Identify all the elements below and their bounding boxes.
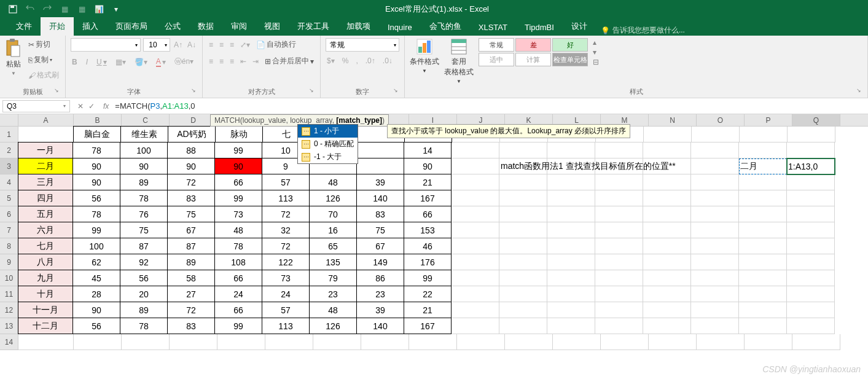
- cell-E1[interactable]: 脉动: [215, 126, 263, 143]
- cell-M8[interactable]: [595, 238, 643, 254]
- cell-E13[interactable]: 99: [214, 318, 262, 334]
- autocomplete-item[interactable]: ⋯1 - 小于: [298, 125, 358, 138]
- cell-D8[interactable]: 87: [167, 238, 215, 254]
- cell-Q13[interactable]: [787, 318, 835, 334]
- cell-L10[interactable]: [547, 270, 595, 286]
- cell-K11[interactable]: [499, 286, 547, 302]
- qat-icon-1[interactable]: ▦: [59, 4, 70, 15]
- tab-formulas[interactable]: 公式: [156, 17, 189, 36]
- align-bottom-button[interactable]: ≡: [229, 38, 235, 51]
- cell-G6[interactable]: 70: [309, 206, 357, 222]
- row-header-7[interactable]: 7: [0, 222, 18, 238]
- cell-E5[interactable]: 99: [214, 190, 262, 206]
- orientation-button[interactable]: ⤢▾: [239, 38, 251, 51]
- cell-K9[interactable]: [499, 254, 547, 270]
- cut-button[interactable]: ✂剪切: [27, 38, 60, 51]
- cell-A11[interactable]: 十月: [18, 286, 73, 302]
- row-header-2[interactable]: 2: [0, 143, 18, 158]
- cell-D1[interactable]: AD钙奶: [168, 126, 216, 143]
- shrink-font-button[interactable]: A↓: [186, 38, 197, 52]
- cell-I2[interactable]: 14: [404, 142, 452, 158]
- align-left-button[interactable]: ≡: [208, 55, 214, 68]
- cell-M6[interactable]: [595, 206, 643, 222]
- cell-K2[interactable]: [499, 143, 547, 158]
- column-header-C[interactable]: C: [122, 114, 170, 126]
- tell-me[interactable]: 💡 告诉我您想要做什么...: [596, 25, 690, 36]
- column-header-P[interactable]: P: [745, 114, 792, 126]
- cell-P6[interactable]: [739, 206, 787, 222]
- cell-A4[interactable]: 三月: [18, 174, 73, 190]
- cell-E3[interactable]: 90: [214, 158, 262, 174]
- cell-I8[interactable]: 46: [404, 238, 452, 254]
- cell-O9[interactable]: [691, 254, 739, 270]
- cell-D14[interactable]: [170, 334, 217, 350]
- cell-P1[interactable]: [740, 127, 788, 143]
- cell-D12[interactable]: 72: [167, 302, 215, 318]
- cell-M10[interactable]: [595, 270, 643, 286]
- cell-P3[interactable]: 二月: [739, 158, 787, 174]
- cell-Q1[interactable]: [788, 127, 835, 143]
- cell-B8[interactable]: 100: [72, 238, 120, 254]
- cell-P10[interactable]: [739, 270, 787, 286]
- cell-I3[interactable]: 90: [404, 158, 452, 174]
- indent-inc-button[interactable]: ⇥: [251, 55, 260, 68]
- cell-G13[interactable]: 126: [309, 318, 357, 334]
- cell-M11[interactable]: [595, 286, 643, 302]
- cell-M14[interactable]: [601, 334, 649, 350]
- fill-color-button[interactable]: 🪣▾: [133, 57, 149, 68]
- cell-J8[interactable]: [452, 238, 499, 254]
- cell-C5[interactable]: 78: [120, 190, 168, 206]
- cell-F8[interactable]: 72: [262, 238, 310, 254]
- cell-F10[interactable]: 73: [262, 270, 310, 286]
- cell-N13[interactable]: [643, 318, 691, 334]
- cell-N4[interactable]: [643, 174, 691, 190]
- cell-C9[interactable]: 92: [120, 254, 168, 270]
- cell-A8[interactable]: 七月: [18, 238, 73, 254]
- cell-N5[interactable]: [643, 190, 691, 206]
- cell-F11[interactable]: 24: [262, 286, 310, 302]
- cell-B12[interactable]: 90: [72, 302, 120, 318]
- cell-I5[interactable]: 167: [404, 190, 452, 206]
- cell-Q8[interactable]: [787, 238, 835, 254]
- cell-J3[interactable]: [452, 158, 499, 174]
- cell-G8[interactable]: 65: [309, 238, 357, 254]
- cell-I13[interactable]: 167: [404, 318, 452, 334]
- cell-O1[interactable]: [692, 127, 740, 143]
- cell-D2[interactable]: 88: [167, 142, 215, 158]
- wrap-text-button[interactable]: 📄自动换行: [255, 38, 297, 51]
- font-color-button[interactable]: A▾: [155, 56, 167, 68]
- row-header-3[interactable]: 3: [0, 158, 18, 174]
- cell-C14[interactable]: [122, 334, 170, 350]
- autocomplete-item[interactable]: ⋯0 - 精确匹配: [298, 138, 358, 150]
- cell-A14[interactable]: [18, 334, 74, 350]
- cell-Q6[interactable]: [787, 206, 835, 222]
- cell-F12[interactable]: 57: [262, 302, 310, 318]
- cell-L2[interactable]: [547, 143, 595, 158]
- cell-O3[interactable]: [691, 158, 739, 174]
- cell-N12[interactable]: [643, 302, 691, 318]
- cell-P9[interactable]: [739, 254, 787, 270]
- cell-A2[interactable]: 一月: [18, 142, 73, 158]
- cell-G12[interactable]: 48: [309, 302, 357, 318]
- cell-O7[interactable]: [691, 222, 739, 238]
- cell-F9[interactable]: 122: [262, 254, 310, 270]
- bold-button[interactable]: B: [71, 57, 79, 68]
- cell-B6[interactable]: 78: [72, 206, 120, 222]
- cell-P12[interactable]: [739, 302, 787, 318]
- cell-Q4[interactable]: [787, 174, 835, 190]
- underline-button[interactable]: U ▾: [95, 57, 108, 68]
- cell-C12[interactable]: 89: [120, 302, 168, 318]
- cell-E10[interactable]: 66: [214, 270, 262, 286]
- cell-D4[interactable]: 72: [167, 174, 215, 190]
- cell-H11[interactable]: 23: [356, 286, 404, 302]
- cell-E12[interactable]: 66: [214, 302, 262, 318]
- cell-O13[interactable]: [691, 318, 739, 334]
- cell-E6[interactable]: 73: [214, 206, 262, 222]
- cell-J13[interactable]: [452, 318, 499, 334]
- cell-J10[interactable]: [452, 270, 499, 286]
- row-header-4[interactable]: 4: [0, 174, 18, 190]
- tab-view[interactable]: 视图: [256, 17, 289, 36]
- cell-Q10[interactable]: [787, 270, 835, 286]
- cell-O12[interactable]: [691, 302, 739, 318]
- italic-button[interactable]: I: [85, 57, 89, 68]
